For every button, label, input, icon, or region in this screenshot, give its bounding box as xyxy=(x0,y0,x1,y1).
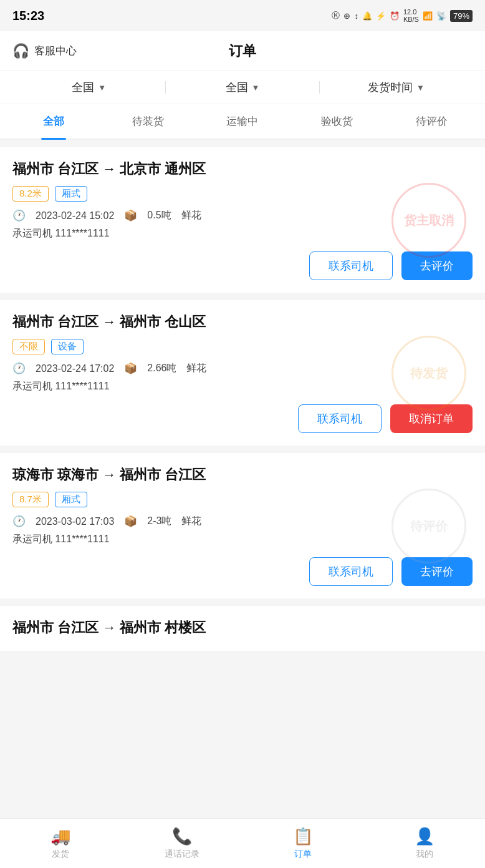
wifi-strength: 📶 xyxy=(423,11,433,21)
order-goods-3: 鲜花 xyxy=(181,515,201,528)
filter-region-2[interactable]: 全国 ▼ xyxy=(166,80,319,95)
order-info-1: 🕐 2023-02-24 15:02 📦 0.5吨 鲜花 xyxy=(12,209,473,222)
nav-orders[interactable]: 📋 订单 xyxy=(242,819,364,868)
order-actions-1: 联系司机 去评价 xyxy=(12,251,473,280)
tag-type-3: 厢式 xyxy=(55,492,87,507)
order-tags-2: 不限 设备 xyxy=(12,339,473,354)
order-datetime-1: 2023-02-24 15:02 xyxy=(36,210,114,222)
tab-received[interactable]: 验收货 xyxy=(290,104,385,139)
package-icon-3: 📦 xyxy=(124,515,137,528)
order-datetime-3: 2023-03-02 17:03 xyxy=(36,516,114,527)
review-btn-1[interactable]: 去评价 xyxy=(401,251,473,280)
filter-region-1-label: 全国 xyxy=(72,80,94,95)
review-btn-3[interactable]: 去评价 xyxy=(401,557,473,586)
filter-time-label: 发货时间 xyxy=(368,80,413,95)
order-driver-2: 承运司机 111****1111 xyxy=(12,380,473,393)
tag-size-3: 8.7米 xyxy=(12,492,49,507)
network-icon: 🔔 xyxy=(362,11,372,21)
order-actions-2: 联系司机 取消订单 xyxy=(12,404,473,433)
status-bar: 15:23 Ⓚ ⊕ ↕ 🔔 ⚡ ⏰ 12.0KB/S 📶 📡 79% xyxy=(0,0,485,31)
filter-region-1-arrow: ▼ xyxy=(98,83,106,92)
tabs-row: 全部 待装货 运输中 验收货 待评价 xyxy=(0,104,485,140)
status-time: 15:23 xyxy=(12,9,44,23)
bluetooth-icon: ⚡ xyxy=(376,11,386,21)
order-driver-3: 承运司机 111****1111 xyxy=(12,533,473,546)
package-icon-2: 📦 xyxy=(124,362,137,375)
order-tags-1: 8.2米 厢式 xyxy=(12,186,473,202)
contact-driver-btn-2[interactable]: 联系司机 xyxy=(298,404,382,433)
data-icon: ↕ xyxy=(354,11,358,21)
shipping-icon: 🚚 xyxy=(50,827,70,846)
orders-list: 货主取消 福州市 台江区 → 北京市 通州区 8.2米 厢式 🕐 2023-02… xyxy=(0,140,485,658)
filter-region-2-label: 全国 xyxy=(226,80,248,95)
tab-all[interactable]: 全部 xyxy=(6,104,101,139)
nav-calls[interactable]: 📞 通话记录 xyxy=(122,819,243,868)
tab-loading[interactable]: 待装货 xyxy=(101,104,196,139)
nav-profile-label: 我的 xyxy=(416,849,433,860)
nav-shipping[interactable]: 🚚 发货 xyxy=(0,819,122,868)
tag-size-2: 不限 xyxy=(12,339,45,354)
wifi-icon: ⊕ xyxy=(343,11,350,21)
tab-review[interactable]: 待评价 xyxy=(384,104,479,139)
filter-region-2-arrow: ▼ xyxy=(252,83,260,92)
order-card-1: 货主取消 福州市 台江区 → 北京市 通州区 8.2米 厢式 🕐 2023-02… xyxy=(0,147,485,293)
battery-indicator: 79% xyxy=(450,10,473,22)
contact-driver-btn-1[interactable]: 联系司机 xyxy=(309,251,393,280)
order-info-2: 🕐 2023-02-24 17:02 📦 2.66吨 鲜花 xyxy=(12,362,473,375)
order-weight-1: 0.5吨 xyxy=(147,209,171,222)
signal-icon: Ⓚ xyxy=(332,10,340,21)
order-card-2: 待发货 福州市 台江区 → 福州市 仓山区 不限 设备 🕐 2023-02-24… xyxy=(0,300,485,446)
clock-icon-3: 🕐 xyxy=(12,515,26,528)
orders-icon: 📋 xyxy=(293,827,313,846)
order-route-1: 福州市 台江区 → 北京市 通州区 xyxy=(12,160,473,178)
order-goods-1: 鲜花 xyxy=(181,209,201,222)
cancel-order-btn-2[interactable]: 取消订单 xyxy=(390,404,473,433)
order-actions-3: 联系司机 去评价 xyxy=(12,557,473,586)
status-icons: Ⓚ ⊕ ↕ 🔔 ⚡ ⏰ 12.0KB/S 📶 📡 79% xyxy=(332,8,473,23)
tag-type-1: 厢式 xyxy=(55,186,87,202)
clock-icon-2: 🕐 xyxy=(12,362,26,375)
order-card-partial: 福州市 台江区 → 福州市 村楼区 xyxy=(0,606,485,651)
order-goods-2: 鲜花 xyxy=(186,362,206,375)
order-weight-2: 2.66吨 xyxy=(147,362,176,375)
order-weight-3: 2-3吨 xyxy=(147,515,171,528)
customer-service-link[interactable]: 🎧 客服中心 xyxy=(12,43,77,59)
tab-transit[interactable]: 运输中 xyxy=(195,104,290,139)
tag-size-1: 8.2米 xyxy=(12,186,49,202)
order-datetime-2: 2023-02-24 17:02 xyxy=(36,363,114,374)
profile-icon: 👤 xyxy=(415,827,435,846)
filter-time-arrow: ▼ xyxy=(416,83,425,92)
page-title: 订单 xyxy=(229,42,256,61)
order-tags-3: 8.7米 厢式 xyxy=(12,492,473,507)
signal-strength: 📡 xyxy=(436,11,446,21)
nav-calls-label: 通话记录 xyxy=(165,849,199,860)
filter-row: 全国 ▼ 全国 ▼ 发货时间 ▼ xyxy=(0,71,485,104)
contact-driver-btn-3[interactable]: 联系司机 xyxy=(309,557,393,586)
order-route-3: 琼海市 琼海市 → 福州市 台江区 xyxy=(12,466,473,484)
customer-service-label: 客服中心 xyxy=(34,44,77,58)
alarm-icon: ⏰ xyxy=(390,11,400,21)
nav-orders-label: 订单 xyxy=(294,849,312,860)
order-route-2: 福州市 台江区 → 福州市 仓山区 xyxy=(12,313,473,331)
tag-type-2: 设备 xyxy=(51,339,84,354)
order-driver-1: 承运司机 111****1111 xyxy=(12,227,473,240)
package-icon-1: 📦 xyxy=(124,209,137,222)
calls-icon: 📞 xyxy=(172,827,192,846)
order-info-3: 🕐 2023-03-02 17:03 📦 2-3吨 鲜花 xyxy=(12,515,473,528)
speed-indicator: 12.0KB/S xyxy=(403,8,419,23)
filter-time[interactable]: 发货时间 ▼ xyxy=(320,80,473,95)
clock-icon-1: 🕐 xyxy=(12,209,26,222)
nav-shipping-label: 发货 xyxy=(52,849,69,860)
order-card-3: 待评价 琼海市 琼海市 → 福州市 台江区 8.7米 厢式 🕐 2023-03-… xyxy=(0,453,485,598)
bottom-nav: 🚚 发货 📞 通话记录 📋 订单 👤 我的 xyxy=(0,818,485,868)
header: 🎧 客服中心 订单 xyxy=(0,31,485,71)
filter-region-1[interactable]: 全国 ▼ xyxy=(12,80,165,95)
nav-profile[interactable]: 👤 我的 xyxy=(364,819,486,868)
partial-order-route: 福州市 台江区 → 福州市 村楼区 xyxy=(12,618,473,637)
headset-icon: 🎧 xyxy=(12,43,29,59)
